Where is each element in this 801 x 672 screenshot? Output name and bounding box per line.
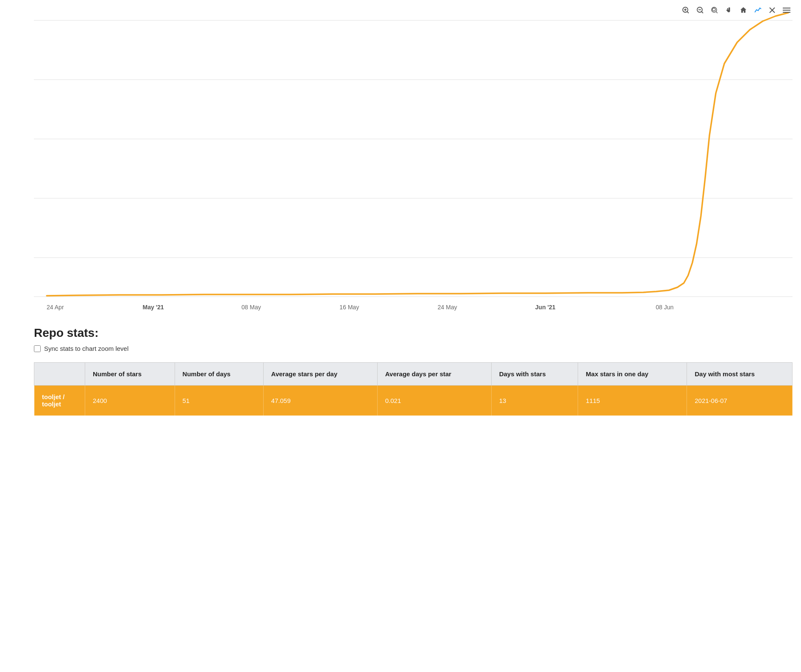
svg-line-5 (702, 12, 704, 14)
table-header-row: Number of stars Number of days Average s… (34, 363, 793, 386)
svg-text:16 May: 16 May (339, 304, 359, 311)
svg-line-8 (716, 12, 718, 14)
svg-rect-13 (783, 10, 790, 11)
repo-stats-section: Repo stats: Sync stats to chart zoom lev… (0, 314, 801, 424)
col-header-day-most-stars: Day with most stars (687, 363, 793, 386)
cell-num-days: 51 (175, 386, 263, 416)
col-header-avg-stars-day: Average stars per day (263, 363, 377, 386)
cell-repo-name: tooljet / tooljet (34, 386, 85, 416)
cell-days-with-stars: 13 (491, 386, 578, 416)
svg-text:24 May: 24 May (437, 304, 457, 311)
sync-checkbox[interactable] (34, 345, 41, 352)
chart-area: 2400 1800 1200 600 0 24 Apr May '21 08 M… (34, 8, 793, 314)
hand-button[interactable] (723, 4, 735, 16)
svg-rect-14 (783, 12, 790, 13)
col-header-num-stars: Number of stars (85, 363, 175, 386)
svg-point-9 (712, 8, 715, 11)
line-chart-button[interactable] (752, 4, 764, 16)
chart-svg: 2400 1800 1200 600 0 24 Apr May '21 08 M… (34, 8, 793, 314)
chart-toolbar (680, 4, 793, 16)
svg-line-1 (687, 12, 689, 14)
cell-day-most-stars: 2021-06-07 (687, 386, 793, 416)
svg-text:Jun '21: Jun '21 (535, 304, 556, 311)
svg-text:24 Apr: 24 Apr (47, 304, 64, 311)
col-header-days-with-stars: Days with stars (491, 363, 578, 386)
cell-avg-days-star: 0.021 (377, 386, 491, 416)
table-row: tooljet / tooljet 2400 51 47.059 0.021 1… (34, 386, 793, 416)
svg-text:May '21: May '21 (142, 304, 164, 311)
col-header-num-days: Number of days (175, 363, 263, 386)
menu-button[interactable] (781, 4, 793, 16)
zoom-out-button[interactable] (694, 4, 706, 16)
col-header-repo (34, 363, 85, 386)
cell-avg-stars-day: 47.059 (263, 386, 377, 416)
sync-checkbox-row: Sync stats to chart zoom level (34, 345, 793, 352)
svg-rect-12 (783, 8, 790, 8)
repo-stats-title: Repo stats: (34, 326, 793, 340)
chart-container: 2400 1800 1200 600 0 24 Apr May '21 08 M… (0, 0, 801, 314)
zoom-in-button[interactable] (680, 4, 692, 16)
pan-button[interactable] (709, 4, 720, 16)
svg-text:08 Jun: 08 Jun (656, 304, 673, 311)
cell-max-stars-one-day: 1115 (578, 386, 687, 416)
cell-num-stars: 2400 (85, 386, 175, 416)
reset-button[interactable] (766, 4, 778, 16)
svg-text:08 May: 08 May (242, 304, 261, 311)
chart-line (47, 13, 788, 296)
home-button[interactable] (737, 4, 749, 16)
col-header-max-stars-day: Max stars in one day (578, 363, 687, 386)
col-header-avg-days-star: Average days per star (377, 363, 491, 386)
sync-label[interactable]: Sync stats to chart zoom level (44, 345, 128, 352)
stats-table: Number of stars Number of days Average s… (34, 362, 793, 416)
